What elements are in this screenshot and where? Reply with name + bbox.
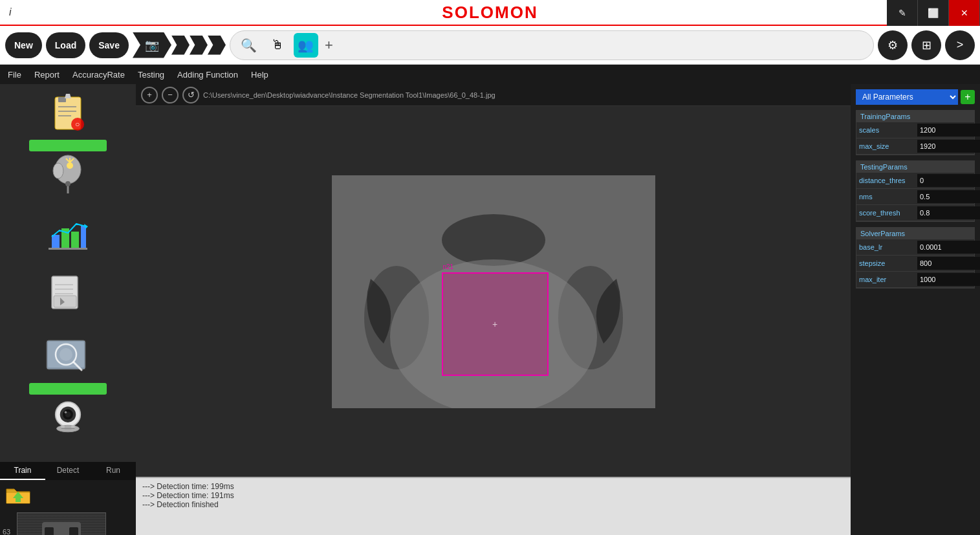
max-iter-label: max_iter bbox=[859, 276, 917, 283]
param-nms: nms ▲ ▼ bbox=[856, 189, 974, 205]
add-tool-button[interactable]: + bbox=[325, 37, 333, 54]
image-canvas-area: n21 + bbox=[136, 106, 851, 477]
param-base-lr: base_lr ▲ ▼ bbox=[856, 239, 974, 256]
zoom-out-button[interactable]: − bbox=[162, 87, 179, 104]
image-num-63: 63 bbox=[3, 528, 17, 535]
search-tool-icon[interactable]: 🔍 bbox=[237, 33, 261, 58]
console-line-1: ---> Detection time: 199ms bbox=[142, 482, 844, 491]
svg-point-15 bbox=[65, 181, 71, 186]
menu-help[interactable]: Help bbox=[251, 70, 268, 80]
tab-detect[interactable]: Detect bbox=[45, 462, 91, 480]
step-analytics[interactable] bbox=[32, 212, 103, 273]
nms-input[interactable] bbox=[917, 190, 980, 203]
image-path-label: C:\Users\vince_den\Desktop\wiadvance\Ins… bbox=[203, 91, 845, 99]
image-toolbar: + − ↺ C:\Users\vince_den\Desktop\wiadvan… bbox=[136, 84, 851, 106]
close-button[interactable]: ✕ bbox=[949, 0, 980, 26]
training-params-title: TrainingParams bbox=[856, 111, 974, 122]
window-controls: ✎ ⬜ ✕ bbox=[887, 0, 980, 26]
param-max-iter: max_iter ▲ ▼ bbox=[856, 272, 974, 288]
title-bar: i SOLOMON ✎ ⬜ ✕ bbox=[0, 0, 980, 26]
menu-adding[interactable]: Adding Function bbox=[177, 70, 238, 80]
report-icon bbox=[45, 273, 91, 318]
info-icon: i bbox=[9, 6, 12, 18]
menu-file[interactable]: File bbox=[8, 70, 21, 80]
step-data-prep[interactable]: ○ bbox=[32, 91, 103, 151]
svg-rect-4 bbox=[58, 97, 66, 102]
main-area: ○ bbox=[0, 84, 980, 535]
svg-rect-27 bbox=[54, 296, 76, 307]
small-arrow-2 bbox=[190, 36, 208, 55]
distance-label: distance_thres bbox=[859, 177, 917, 184]
layout-button[interactable]: ⊞ bbox=[911, 30, 941, 60]
max-size-input[interactable] bbox=[917, 140, 980, 153]
tab-train[interactable]: Train bbox=[0, 462, 45, 480]
param-selector: All Parameters + bbox=[856, 89, 975, 105]
next-button[interactable]: > bbox=[945, 30, 975, 60]
param-dropdown[interactable]: All Parameters bbox=[856, 89, 958, 105]
right-panel: All Parameters + TrainingParams scales ▲… bbox=[851, 84, 980, 535]
solver-params-section: SolverParams base_lr ▲ ▼ stepsize ▲ ▼ ma… bbox=[856, 227, 975, 289]
image-list[interactable]: 63 64 65 bbox=[0, 480, 136, 535]
base-lr-label: base_lr bbox=[859, 243, 917, 251]
zoom-in-button[interactable]: + bbox=[141, 87, 158, 104]
score-label: score_thresh bbox=[859, 209, 917, 217]
image-row-63[interactable]: 63 bbox=[0, 511, 136, 535]
menu-accuracy[interactable]: AccuracyRate bbox=[72, 70, 125, 80]
settings-button[interactable]: ⚙ bbox=[878, 30, 908, 60]
svg-point-37 bbox=[65, 411, 67, 413]
main-image: n21 + bbox=[332, 175, 655, 408]
small-arrow-1 bbox=[171, 36, 190, 55]
param-score: score_thresh ▲ ▼ bbox=[856, 205, 974, 221]
add-param-button[interactable]: + bbox=[961, 90, 975, 104]
testing-params-title: TestingParams bbox=[856, 161, 974, 173]
analytics-icon bbox=[45, 212, 91, 257]
detection-center-icon: + bbox=[492, 319, 497, 329]
menu-testing[interactable]: Testing bbox=[138, 70, 164, 80]
step-camera[interactable] bbox=[32, 395, 103, 455]
step1-progress bbox=[29, 140, 107, 151]
image-thumb-63[interactable] bbox=[17, 512, 106, 535]
load-button[interactable]: Load bbox=[46, 32, 85, 58]
tab-run[interactable]: Run bbox=[91, 462, 136, 480]
distance-input[interactable] bbox=[917, 174, 980, 187]
toolbar: New Load Save 📷 🔍 🖱 👥 + ⚙ ⊞ > bbox=[0, 26, 980, 65]
app-logo: SOLOMON bbox=[442, 3, 538, 23]
step-ai-brain[interactable] bbox=[32, 151, 103, 212]
new-button[interactable]: New bbox=[5, 32, 42, 58]
left-panel: ○ bbox=[0, 84, 136, 535]
menu-bar: File Report AccuracyRate Testing Adding … bbox=[0, 65, 980, 84]
console-line-2: ---> Detection time: 191ms bbox=[142, 491, 844, 500]
scales-input[interactable] bbox=[917, 124, 980, 136]
base-lr-input[interactable] bbox=[917, 241, 980, 254]
pointer-tool-icon[interactable]: 🖱 bbox=[265, 33, 290, 58]
menu-report[interactable]: Report bbox=[34, 70, 60, 80]
magnify-icon bbox=[45, 334, 91, 379]
detection-label: n21 bbox=[443, 263, 454, 270]
tool-area: 🔍 🖱 👥 + bbox=[230, 30, 874, 60]
workflow-area: ○ bbox=[0, 84, 136, 462]
svg-rect-16 bbox=[49, 248, 87, 250]
step-magnify[interactable] bbox=[32, 334, 103, 395]
ai-brain-icon bbox=[45, 151, 91, 197]
small-arrow-3 bbox=[208, 36, 226, 55]
step-report[interactable] bbox=[32, 273, 103, 334]
score-input[interactable] bbox=[917, 206, 980, 219]
svg-rect-19 bbox=[71, 232, 79, 248]
tabs-row: Train Detect Run bbox=[0, 462, 136, 480]
max-iter-input[interactable] bbox=[917, 273, 980, 286]
stepsize-label: stepsize bbox=[859, 259, 917, 267]
right-toolbar: ⚙ ⊞ > bbox=[878, 30, 975, 60]
save-button[interactable]: Save bbox=[89, 32, 129, 58]
group-tool-icon[interactable]: 👥 bbox=[294, 33, 318, 58]
maximize-button[interactable]: ⬜ bbox=[918, 0, 949, 26]
minimize-button[interactable]: ✎ bbox=[887, 0, 918, 26]
folder-icon[interactable] bbox=[5, 484, 31, 507]
max-size-label: max_size bbox=[859, 142, 917, 150]
camera-3d-icon bbox=[45, 395, 91, 440]
svg-rect-20 bbox=[81, 225, 86, 248]
svg-point-32 bbox=[60, 348, 72, 361]
reset-view-button[interactable]: ↺ bbox=[182, 87, 199, 104]
stepsize-input[interactable] bbox=[917, 257, 980, 270]
detection-box: n21 + bbox=[442, 272, 549, 376]
center-area: + − ↺ C:\Users\vince_den\Desktop\wiadvan… bbox=[136, 84, 851, 535]
